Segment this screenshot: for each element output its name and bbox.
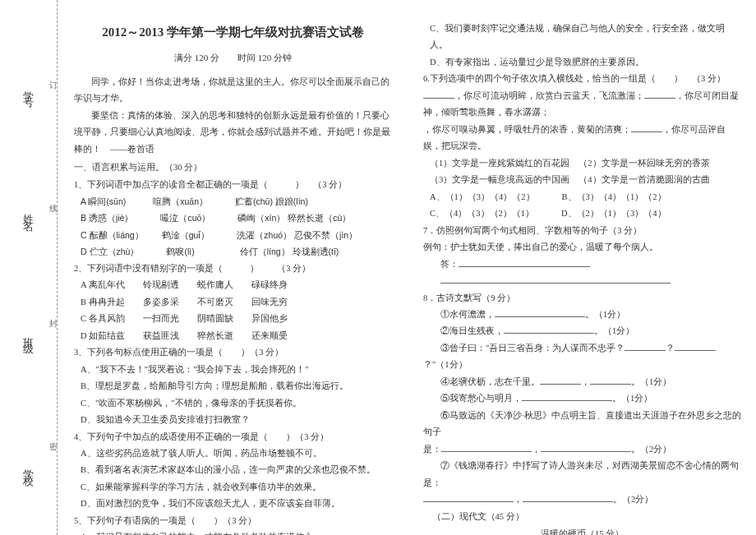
q8-6-sep: ， [532,445,541,454]
q2-stem: 2、下列词语中没有错别字的一项是（ ） （3 分） [74,261,392,277]
binding-mark: 订 [47,74,58,95]
q8-3-text: ③曾子曰："吾日三省吾身：为人谋而不忠乎？ [440,344,625,353]
q8-5: ⑤我寄愁心与明月，。（1分） [423,390,741,407]
q5-opt-d: D、有专家指出，运动量过少是导致肥胖的主要原因。 [423,54,741,71]
q8-1: ①水何澹澹，。（1分） [423,307,741,323]
column-left: 2012～2013 学年第一学期七年级对抗赛语文试卷 满分 120 分 时间 1… [58,0,407,535]
intro-p1: 同学，你好！当你走进考场，你就是这里的主人。你尽可以全面展示自己的学识与才华。 [74,74,392,108]
q8-4-end: 。（1分） [631,377,671,386]
q8-1-text: ①水何澹澹， [440,310,495,319]
q8-stem: 8．古诗文默写（9 分） [423,290,741,307]
q8-7a: ⑦《钱塘湖春行》中抒写了诗人游兴未尽，对西湖美景留恋不舍心情的两句是： [423,458,741,491]
intro-p2: 要坚信：真情的体验、深入的思考和独特的创新永远是最有价值的！只要心境平静，只要细… [74,108,392,158]
q1-opt-a: A 瞬间(sūn) 喧腾（xuān） 贮蓄(chū) 踉踉(lín) [74,193,392,210]
q5-opt-c: C、我们要时刻牢记交通法规，确保自己与他人的安全，行安全路，做文明人。 [423,21,741,54]
q8-3: ③曾子曰："吾日三省吾身：为人谋而不忠乎？？？"（1分） [423,340,741,374]
binding-mark: 线 [47,197,58,218]
content-area: 2012～2013 学年第一学期七年级对抗赛语文试卷 满分 120 分 时间 1… [58,0,756,535]
q3-stem: 3、下列各句标点使用正确的一项是（ ）（3 分） [74,344,392,361]
q3-opt-c: C、"吹面不寒杨柳风，"不错的，像母亲的手抚摸着你。 [74,395,392,412]
q8-2-score: 。（1分） [594,326,634,335]
exam-title: 2012～2013 学年第一学期七年级对抗赛语文试卷 [74,21,392,44]
q6-line1: ，你尽可流动明眸，欣赏白云蓝天，飞流激湍；，你尽可闭目凝神，倾听莺歌燕舞，春水潺… [423,88,741,122]
binding-label-id: 学号 [21,82,36,95]
binding-label-name: 姓名 [21,205,36,219]
q3-opt-a: A、"我下不去！"我哭着说："我会掉下去，我会摔死的！" [74,362,392,378]
section-1-head: 一、语言积累与运用。（30 分） [74,159,392,176]
q8-6-end: 。（2分） [631,445,671,454]
q8-7-sep: ， [514,495,523,504]
q5-stem: 5、下列句子有语病的一项是（ ）（3 分） [74,513,392,529]
q1-stem: 1、下列词语中加点字的读音全都正确的一项是（ ） （3 分） [74,177,392,193]
q6-line3: ，你尽可嗅动鼻翼，呼吸牡丹的浓香，黄菊的清爽；，你尽可品评自娱，把玩深尝。 [423,122,741,155]
q7-answer-2 [423,273,741,289]
binding-mark: 封 [47,312,58,333]
q8-6a: ⑥马致远的《天净沙·秋思》中点明主旨、直接道出天涯游子在外思乡之悲的句子 [423,408,741,441]
q6-choice-b: C、（4）（3）（2）（1） D、（2）（1）（3）（4） [423,205,741,222]
q4-opt-b: B、看到著名表演艺术家赵本山的漫小品，连一向严肃的父亲也忍俊不禁。 [74,462,392,478]
binding-margin: 学号 姓名 班级 学校 订 线 封 密 [0,0,58,535]
q6-opts-1: （1）文学是一座姹紫嫣红的百花园 （2）文学是一杯回味无穷的香茶 [423,155,741,172]
q2-opt-c: C 各具风韵 一扫而光 阴晴圆缺 异国他乡 [74,311,392,327]
q6-l1-text: ，你尽可流动明眸，欣赏白云蓝天，飞流激湍； [454,91,644,100]
q4-opt-a: A、这些劣药品造就了骇人听人。听闻，药品市场整顿不可。 [74,445,392,462]
q8-6b-text: 是： [423,445,441,454]
q3-opt-b: B、理想是罗盘，给船舶导引方向；理想是船舶，载着你出海远行。 [74,378,392,394]
q7-example: 例句：护士犹如天使，捧出自己的爱心，温暖了每个病人。 [423,239,741,256]
q8-4-text: ④老骥伏枥，志在千里。 [440,377,540,386]
q8-2-text: ②海日生残夜， [440,326,504,335]
binding-label-school: 学校 [21,460,36,473]
q8-4-sep: ， [581,377,590,386]
q8-7-end: 。（2分） [613,495,653,504]
q8-1-score: 。（1分） [585,310,625,319]
q7-answer: 答： [423,256,741,273]
q1-opt-b: B 诱惑（jiè） 嘬泣（cuō） 磷峋（xín） 猝然长逝（cù） [74,210,392,226]
q6-opts-2: （3）文学是一幅意境高远的中国画 （4）文学是一首清脆圆润的古曲 [423,172,741,188]
q2-opt-d: D 如茹结兹 获益匪浅 猝然长逝 还来顺受 [74,328,392,344]
column-right: C、我们要时刻牢记交通法规，确保自己与他人的安全，行安全路，做文明人。 D、有专… [407,0,756,535]
q8-4: ④老骥伏枥，志在千里。，。（1分） [423,374,741,390]
section-2-head: （二）现代文（45 分） [423,509,741,525]
binding-label-class: 班级 [21,329,36,342]
q8-2: ②海日生残夜，。（1分） [423,323,741,339]
q7-ans-label: 答： [440,260,459,269]
q5-opt-a: A、我们只有相信自己的能力，才能在各种考验前充满信心。 [74,529,392,535]
exam-subtitle: 满分 120 分 时间 120 分钟 [74,49,392,67]
q8-7b: ，。（2分） [423,491,741,508]
q8-3-sep: ？ [666,344,675,353]
passage-title: 温暖的硬币（15 分） [423,525,741,535]
q1-opt-c: C 酝酿（liáng） 鹤淦（guǐ） 洗濯（zhuó） 忍俊不禁（jìn） [74,227,392,243]
q8-5-text: ⑤我寄愁心与明月， [440,394,522,403]
q3-opt-d: D、我知道今天卫生委员安排谁打扫教室？ [74,412,392,428]
q8-5-score: 。（1分） [612,394,652,403]
q4-opt-c: C、如果能掌握科学的学习方法，就会收到事倍功半的效果。 [74,479,392,496]
q2-opt-b: B 冉冉升起 多姿多采 不可磨灭 回味无穷 [74,294,392,311]
q4-opt-d: D、面对激烈的竞争，我们不应该怨天尤人，更不应该妄自菲薄。 [74,496,392,512]
q6-l3-text: ，你尽可嗅动鼻翼，呼吸牡丹的浓香，黄菊的清爽； [423,125,631,134]
binding-mark: 密 [47,436,58,456]
q8-3-end: ？"（1分） [423,360,468,369]
q4-stem: 4、下列句子中加点的成语使用不正确的一项是（ ）（3 分） [74,429,392,445]
q2-opt-a: A 离乱年代 铃现剔透 蜕作庸人 碌碌终身 [74,277,392,293]
q8-6b: 是：，。（2分） [423,441,741,458]
q7-stem: 7．仿照例句写两个句式相同、字数相等的句子（3 分） [423,223,741,239]
q6-stem: 6.下列选项中的四个句子依次填入横线处，恰当的一组是（ ） （3 分） [423,71,741,87]
q1-opt-d: D 伫立（zhù） 鹤唳(lì) 伶仃（líng） 玲珑剔透(tī) [74,243,392,260]
q6-choice-a: A、（1）（3）（4）（2） B、（3）（4）（1）（2） [423,189,741,205]
